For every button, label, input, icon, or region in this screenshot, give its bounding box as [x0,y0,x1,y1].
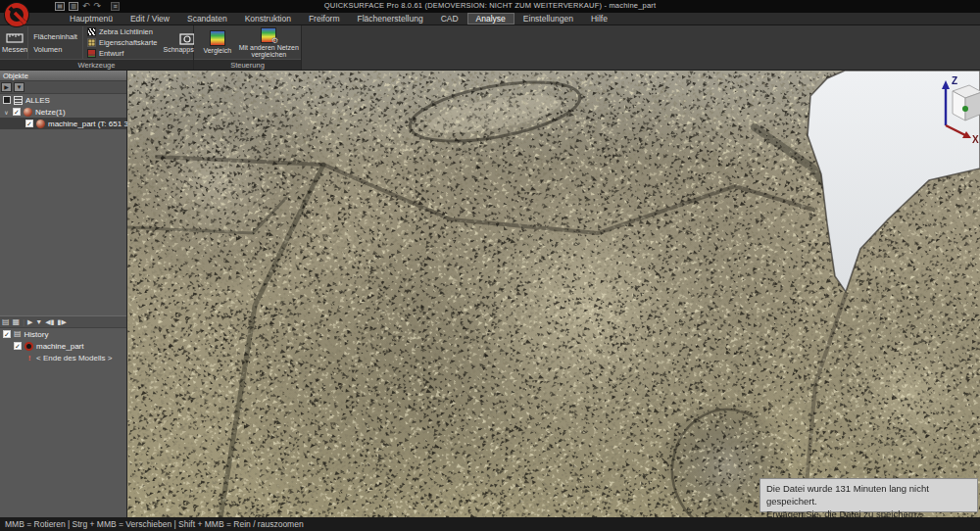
history-filter-icon[interactable]: ▼ [35,317,42,327]
zebra-lichtlinien-button[interactable]: Zebra Lichtlinien [86,26,159,37]
z-axis-label: Z [952,75,957,86]
vergleich-button[interactable]: Vergleich [196,26,239,59]
group-label-werkzeuge: Werkzeuge [0,59,193,70]
eigenschaftskarte-button[interactable]: Eigenschaftskarte [86,37,159,48]
netze-checkbox[interactable]: ✓ [13,108,21,116]
draft-analysis-icon [87,49,96,58]
objects-panel-toolbar: ▶ ▼ [0,81,126,94]
menu-analyse[interactable]: Analyse [467,13,514,24]
display-mode-buttons: Zebra Lichtlinien Eigenschaftskarte Entw… [82,26,162,59]
menu-einstellungen[interactable]: Einstellungen [514,13,582,24]
history-panel-toolbar: ▤ ▦ | ▶ ▼ ◀▮ ▮▶ [0,315,126,328]
expander-icon[interactable]: ∨ [3,109,10,116]
vergleich-label: Vergleich [203,47,231,55]
flaecheninhalt-button[interactable]: Flächeninhalt [31,30,79,43]
isolate-icon[interactable]: ▶ [1,82,12,92]
history-checkbox[interactable]: ✓ [3,330,11,338]
end-of-model-label: < Ende des Modells > [36,354,112,362]
step-last-icon[interactable]: ▮▶ [58,317,67,327]
compare-meshes-icon: ⚙ [261,27,276,43]
quicksurface-logo-icon[interactable] [3,1,30,28]
machine-part-label: machine_part (T: 651 304) [48,120,139,128]
ribbon-group-steuerung: Vergleich ⚙ Mit anderen Netzen vergleich… [194,25,302,70]
tree-item-alles[interactable]: ALLES [0,94,126,106]
end-of-model-icon: ! [25,354,33,362]
menu-edit-view[interactable]: Edit / View [122,13,178,24]
history-machine-part-checkbox[interactable]: ✓ [14,342,22,350]
ruler-icon [6,32,24,43]
machine-part-checkbox[interactable]: ✓ [25,120,33,127]
orientation-cube[interactable]: Z X [926,74,980,145]
history-machine-part-label: machine_part [36,342,83,351]
menu-scandaten[interactable]: Scandaten [178,13,236,24]
title-bar[interactable]: ▤ ▥ ↶ ↷ ≡ QUICKSURFACE Pro 8.0.61 (DEMOV… [0,0,980,13]
menu-bar: Hauptmenü Edit / View Scandaten Konstruk… [0,13,980,25]
zebra-stripes-icon [87,27,96,36]
tree-item-netze[interactable]: ∨ ✓ Netze(1) [0,106,126,118]
menu-hauptmenu[interactable]: Hauptmenü [61,13,122,24]
messen-button[interactable]: Messen [2,26,27,59]
objects-tree: ALLES ∨ ✓ Netze(1) ✓ machine_part (T: 65… [0,94,126,129]
ribbon-group-werkzeuge: Messen Flächeninhalt Volumen Zebra Licht… [0,25,194,70]
tree-view-icon[interactable]: ▦ [13,317,21,327]
list-view-icon[interactable]: ▤ [2,317,10,327]
group-label-steuerung: Steuerung [194,59,301,70]
menu-flaechenerstellung[interactable]: Flächenerstellung [349,13,432,24]
mit-anderen-label: Mit anderen Netzen vergleichen [239,44,299,59]
mesh-group-icon [24,108,32,117]
filter-icon[interactable]: ▼ [14,82,24,92]
volumen-button[interactable]: Volumen [31,43,79,56]
property-map-icon [87,38,96,47]
menu-cad[interactable]: CAD [432,13,467,24]
netze-label: Netze(1) [35,108,66,117]
ribbon-toolbar: Messen Flächeninhalt Volumen Zebra Licht… [0,25,980,71]
status-bar: MMB = Rotieren | Strg + MMB = Verschiebe… [0,517,980,531]
alles-checkbox[interactable] [3,96,11,104]
viewport-3d[interactable]: Z X Die Datei wurde 131 Minuten lang nic… [127,71,980,517]
alles-label: ALLES [25,96,50,105]
quicksurface-mini-icon [24,342,33,351]
zebra-label: Zebra Lichtlinien [99,27,153,36]
objects-panel-header: Objekte [0,71,126,81]
history-tree: ✓ ▤ History ✓ machine_part ! < Ende des … [0,328,126,363]
y-axis-dot [962,106,968,112]
camera-icon [179,32,195,45]
tree-item-history[interactable]: ✓ ▤ History [0,328,126,340]
play-history-icon[interactable]: ▶ [27,317,32,327]
tree-item-end-of-model[interactable]: ! < Ende des Modells > [0,352,126,363]
entwurf-button[interactable]: Entwurf [86,48,159,59]
tree-item-machine-part[interactable]: ✓ machine_part (T: 651 304) [0,118,126,129]
all-objects-icon [14,96,23,105]
application-window: ▤ ▥ ↶ ↷ ≡ QUICKSURFACE Pro 8.0.61 (DEMOV… [0,0,980,531]
window-title: QUICKSURFACE Pro 8.0.61 (DEMOVERSION: NI… [0,1,980,10]
mit-anderen-netzen-vergleichen-button[interactable]: ⚙ Mit anderen Netzen vergleichen [239,26,299,59]
entwurf-label: Entwurf [99,49,123,58]
x-axis-label: X [972,134,979,145]
history-label: History [24,330,49,339]
menu-hilfe[interactable]: Hilfe [582,13,616,24]
menu-konstruktion[interactable]: Konstruktion [236,13,300,24]
deviation-colormap-icon [210,30,225,46]
x-axis-arrow [946,125,965,135]
mesh-icon [36,120,45,128]
eigenschaftskarte-label: Eigenschaftskarte [99,38,158,47]
tree-item-history-machine-part[interactable]: ✓ machine_part [0,340,126,352]
menu-freiform[interactable]: Freiform [300,13,349,24]
messen-label: Messen [2,45,27,54]
mesh-render-canvas[interactable] [127,71,980,517]
notification-line1: Die Datei wurde 131 Minuten lang nicht g… [766,482,971,507]
history-icon: ▤ [14,329,22,339]
left-sidebar: Objekte ▶ ▼ ALLES ∨ ✓ Netze(1) ✓ machine… [0,71,127,517]
mouse-hints: MMB = Rotieren | Strg + MMB = Verschiebe… [5,519,304,529]
gear-icon: ⚙ [271,37,278,45]
unsaved-file-notification: Die Datei wurde 131 Minuten lang nicht g… [760,478,978,512]
step-first-icon[interactable]: ◀▮ [45,317,54,327]
measure-text-buttons: Flächeninhalt Volumen [27,26,82,59]
